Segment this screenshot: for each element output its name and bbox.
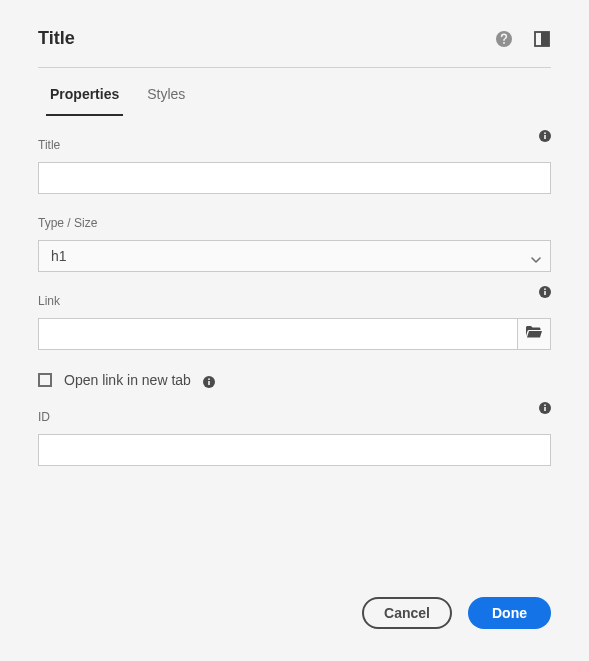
link-input[interactable]: [38, 318, 517, 350]
type-size-label: Type / Size: [38, 216, 97, 230]
open-new-tab-label: Open link in new tab: [64, 372, 191, 388]
id-input[interactable]: [38, 434, 551, 466]
svg-rect-11: [208, 381, 210, 385]
header-actions: [495, 30, 551, 48]
info-icon[interactable]: [539, 400, 551, 412]
tab-properties[interactable]: Properties: [50, 86, 119, 116]
field-type-size: Type / Size h1: [38, 216, 551, 272]
tab-styles[interactable]: Styles: [147, 86, 185, 116]
open-new-tab-checkbox[interactable]: [38, 373, 52, 387]
svg-point-1: [503, 42, 505, 44]
dialog-footer: Cancel Done: [362, 597, 551, 629]
svg-point-9: [544, 288, 546, 290]
help-icon[interactable]: [495, 30, 513, 48]
browse-button[interactable]: [517, 318, 551, 350]
title-dialog: Title Properties Styles Titl: [0, 0, 589, 661]
tab-list: Properties Styles: [38, 86, 551, 116]
fullscreen-icon[interactable]: [533, 30, 551, 48]
id-label: ID: [38, 410, 50, 424]
svg-rect-14: [544, 407, 546, 411]
field-id: ID: [38, 410, 551, 466]
title-label: Title: [38, 138, 60, 152]
folder-open-icon: [525, 325, 543, 343]
type-size-value: h1: [38, 240, 551, 272]
field-open-new-tab: Open link in new tab: [38, 372, 551, 388]
svg-point-6: [544, 132, 546, 134]
info-icon[interactable]: [539, 128, 551, 140]
info-icon[interactable]: [539, 284, 551, 296]
svg-rect-3: [541, 32, 549, 46]
dialog-header: Title: [38, 28, 551, 68]
svg-rect-5: [544, 135, 546, 139]
svg-rect-8: [544, 291, 546, 295]
link-label: Link: [38, 294, 60, 308]
field-link: Link: [38, 294, 551, 350]
done-button[interactable]: Done: [468, 597, 551, 629]
title-input[interactable]: [38, 162, 551, 194]
info-icon[interactable]: [203, 374, 215, 386]
dialog-title: Title: [38, 28, 75, 49]
properties-form: Title Type / Size h1 Link: [38, 138, 551, 466]
cancel-button[interactable]: Cancel: [362, 597, 452, 629]
field-title: Title: [38, 138, 551, 194]
svg-point-15: [544, 404, 546, 406]
type-size-select[interactable]: h1: [38, 240, 551, 272]
svg-point-12: [208, 378, 210, 380]
